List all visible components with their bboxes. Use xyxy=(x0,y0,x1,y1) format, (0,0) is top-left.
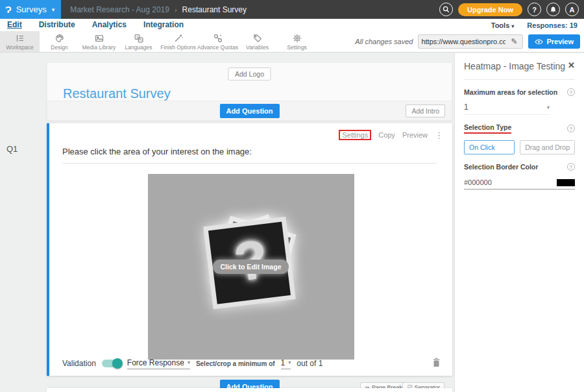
add-logo-button[interactable]: Add Logo xyxy=(228,67,271,80)
edit-url-pencil-icon[interactable]: ✎ xyxy=(508,37,520,46)
save-status-text: All changes saved xyxy=(355,38,413,45)
breadcrumb-parent[interactable]: Market Research - Aug 2019 xyxy=(70,5,169,14)
heatmap-image-placeholder[interactable]: ? Click to Edit Image xyxy=(148,174,354,360)
toolbar-right: All changes saved ✎ Preview xyxy=(355,31,584,52)
help-icon[interactable]: ? xyxy=(567,88,575,96)
advance-quotas-icon xyxy=(213,33,223,43)
toolbar-label: Variables xyxy=(246,44,269,51)
question-copy-button[interactable]: Copy xyxy=(378,131,395,139)
toolbar-item-languages[interactable]: SA Languages xyxy=(119,31,158,52)
chevron-down-icon: ▾ xyxy=(52,6,55,13)
min-select-label: Select/crop a minimum of xyxy=(196,360,275,367)
survey-header-card: Add Logo Restaurant Survey Add Question … xyxy=(47,62,452,121)
next-section-card-edge xyxy=(47,388,452,392)
close-icon[interactable]: ✕ xyxy=(568,61,575,69)
toolbar-item-design[interactable]: Design xyxy=(40,31,79,52)
border-color-row: Selection Border Color ? xyxy=(464,163,575,171)
notifications-button[interactable] xyxy=(546,3,560,16)
svg-text:A: A xyxy=(139,38,141,42)
toolbar-item-finish-options[interactable]: Finish Options xyxy=(158,31,198,52)
validation-rule-value: Force Response xyxy=(127,358,184,367)
validation-label: Validation xyxy=(62,359,96,368)
selection-type-drag-drop[interactable]: Drag and Drop xyxy=(520,140,575,154)
svg-text:S: S xyxy=(136,34,138,38)
trash-icon xyxy=(432,358,441,367)
toolbar-item-advance-quotas[interactable]: Advance Quotas xyxy=(198,31,237,52)
tab-edit[interactable]: Edit xyxy=(6,19,23,31)
account-avatar[interactable]: A xyxy=(565,3,579,16)
selection-type-on-click[interactable]: On Click xyxy=(464,140,515,154)
validation-rule-dropdown[interactable]: Force Response ▾ xyxy=(127,358,190,369)
toggle-knob xyxy=(112,358,123,369)
validation-row: Validation Force Response ▾ Select/crop … xyxy=(49,351,452,376)
toolbar-label: Settings xyxy=(287,44,307,51)
bell-icon xyxy=(550,6,557,14)
edit-toolbar: Workspace Design Media Library SA Langua… xyxy=(0,31,584,53)
breadcrumb-current: Restaurant Survey xyxy=(182,5,247,14)
tab-analytics[interactable]: Analytics xyxy=(91,19,127,31)
survey-title[interactable]: Restaurant Survey xyxy=(63,86,171,101)
variables-tag-icon xyxy=(252,33,263,43)
survey-editor-canvas: Q1 Add Logo Restaurant Survey Add Questi… xyxy=(0,53,454,392)
toolbar-item-media-library[interactable]: Media Library xyxy=(79,31,119,52)
help-icon[interactable]: ? xyxy=(567,125,575,132)
add-question-button-top[interactable]: Add Question xyxy=(219,104,279,118)
question-settings-button[interactable]: Settings xyxy=(339,130,371,140)
breadcrumb-separator-icon: › xyxy=(175,6,177,14)
question-preview-button[interactable]: Preview xyxy=(402,131,428,139)
settings-panel-title: Heatmap - Image Testing xyxy=(464,61,565,71)
media-library-icon xyxy=(94,33,104,43)
max-areas-select[interactable]: 1 ▾ xyxy=(464,103,550,115)
tab-distribute[interactable]: Distribute xyxy=(38,19,76,31)
product-name: Surveys xyxy=(16,5,47,14)
settings-panel-header: Heatmap - Image Testing ✕ xyxy=(464,61,575,71)
help-icon[interactable]: ? xyxy=(567,163,575,171)
app-root: Ɂ Surveys ▾ Market Research - Aug 2019 ›… xyxy=(0,0,584,392)
max-areas-value: 1 xyxy=(464,103,468,112)
toolbar-label: Languages xyxy=(125,44,152,51)
survey-header-footer: Add Question Add Intro xyxy=(47,101,452,120)
question-text[interactable]: Please click the area of your interest o… xyxy=(62,147,437,164)
toolbar-label: Advance Quotas xyxy=(197,44,238,51)
border-color-input[interactable]: #000000 xyxy=(464,178,575,190)
tab-integration[interactable]: Integration xyxy=(143,19,184,31)
question-actions: Settings Copy Preview ⋮ xyxy=(339,130,443,140)
toolbar-item-variables[interactable]: Variables xyxy=(237,31,277,52)
help-button[interactable]: ? xyxy=(528,3,541,16)
languages-icon: SA xyxy=(134,33,144,43)
min-value: 1 xyxy=(281,358,286,367)
border-color-label: Selection Border Color xyxy=(464,163,538,171)
max-areas-row: Maximum areas for selection ? xyxy=(464,88,575,96)
question-number-label: Q1 xyxy=(6,144,18,154)
survey-url-input[interactable] xyxy=(419,38,508,45)
chevron-down-icon: ▾ xyxy=(511,23,514,29)
selection-type-options: On Click Drag and Drop xyxy=(464,140,575,154)
add-intro-button[interactable]: Add Intro xyxy=(406,104,445,117)
eye-icon xyxy=(535,39,543,45)
search-icon xyxy=(443,6,450,13)
settings-gear-icon xyxy=(292,33,302,43)
click-to-edit-image-button[interactable]: Click to Edit Image xyxy=(213,260,289,274)
finish-options-wand-icon xyxy=(173,33,184,43)
preview-button[interactable]: Preview xyxy=(528,34,580,49)
tools-label: Tools xyxy=(491,21,510,29)
design-palette-icon xyxy=(55,33,65,43)
out-of-label: out of 1 xyxy=(297,359,322,368)
validation-toggle[interactable] xyxy=(102,360,121,367)
color-swatch[interactable] xyxy=(557,179,575,186)
search-button[interactable] xyxy=(439,3,453,16)
delete-question-button[interactable] xyxy=(432,358,441,370)
kebab-menu-icon[interactable]: ⋮ xyxy=(435,130,443,140)
min-value-dropdown[interactable]: 1 ▾ xyxy=(281,358,291,369)
toolbar-label: Workspace xyxy=(6,44,33,51)
toolbar-item-workspace[interactable]: Workspace xyxy=(0,31,40,52)
question-settings-panel: Heatmap - Image Testing ✕ Maximum areas … xyxy=(454,53,584,392)
chevron-down-icon: ▾ xyxy=(188,360,190,365)
toolbar-item-settings[interactable]: Settings xyxy=(277,31,317,52)
topbar-actions: Upgrade Now ? A xyxy=(439,3,584,16)
tools-menu[interactable]: Tools ▾ xyxy=(491,21,515,29)
responses-count[interactable]: Responses: 19 xyxy=(527,21,578,29)
upgrade-now-button[interactable]: Upgrade Now xyxy=(458,3,522,16)
surveys-product-switcher[interactable]: Ɂ Surveys ▾ xyxy=(0,0,61,19)
toolbar-label: Media Library xyxy=(82,44,116,51)
